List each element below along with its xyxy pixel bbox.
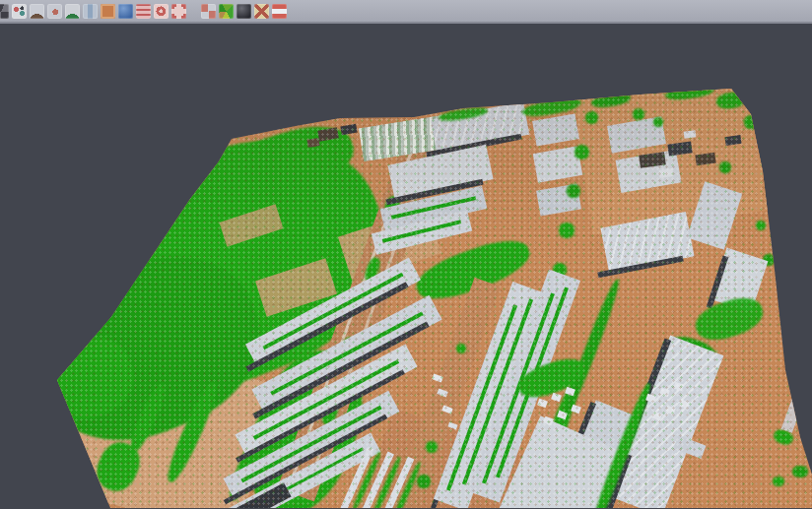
street-tree [567, 184, 580, 198]
street-tree [756, 221, 766, 230]
terrain-model-icon[interactable] [30, 4, 44, 19]
vegetation-surface-icon[interactable] [65, 4, 80, 19]
flag-stripes-icon[interactable] [272, 4, 287, 19]
point-select-icon[interactable] [47, 4, 62, 19]
building-roof [532, 113, 579, 146]
ground-class-icon[interactable] [101, 4, 115, 19]
street-tree [633, 108, 644, 120]
grid-cells-icon[interactable] [201, 4, 216, 19]
vegetation-clump [792, 466, 808, 477]
building-roof [781, 392, 806, 433]
street-tree [653, 117, 663, 127]
street-tree [559, 223, 575, 238]
street-tree [744, 115, 758, 129]
target-ring-icon[interactable] [154, 4, 169, 19]
zoom-extent-icon[interactable] [171, 4, 186, 19]
classified-points-icon[interactable] [12, 4, 27, 19]
small-house [537, 398, 548, 408]
clear-cross-icon[interactable] [254, 4, 269, 19]
street-tree [719, 161, 731, 173]
vegetation-clump [773, 477, 784, 486]
small-house [551, 392, 562, 402]
building-roof [684, 130, 697, 139]
terrain-mesh [0, 24, 812, 509]
classification-map-icon[interactable] [219, 4, 234, 19]
dark-roof [695, 152, 715, 165]
street-tree [426, 441, 438, 453]
shaded-sphere-icon[interactable] [237, 4, 251, 19]
intensity-image-icon[interactable] [0, 4, 9, 19]
street-tree [417, 475, 431, 488]
street-tree [585, 111, 598, 124]
viewport-3d[interactable] [0, 24, 812, 509]
farm-roof [340, 123, 357, 135]
layer-list-icon[interactable] [136, 4, 151, 19]
globe-3d-icon[interactable] [118, 4, 133, 19]
street-tree [456, 344, 466, 353]
profile-section-icon[interactable] [83, 4, 98, 19]
toolbar [0, 0, 812, 24]
dark-roof [724, 134, 741, 145]
vegetation-belt [691, 291, 768, 347]
street-tree [575, 145, 589, 159]
